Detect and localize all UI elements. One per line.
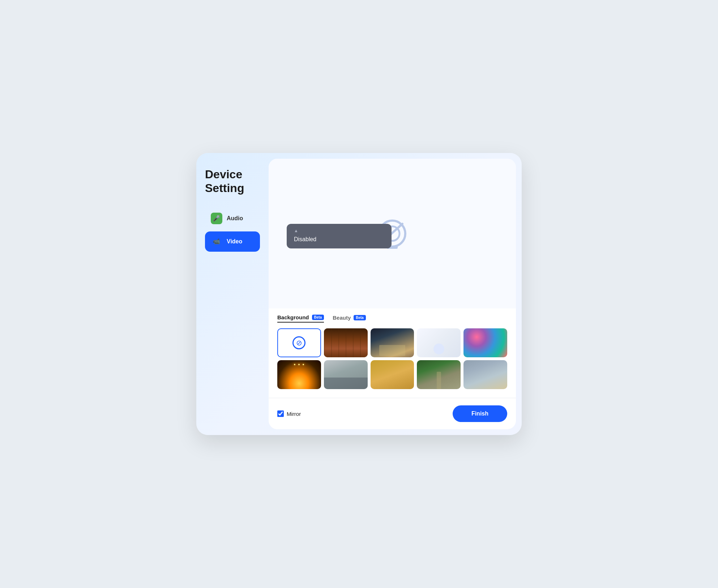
mirror-checkbox[interactable] [277, 410, 284, 417]
bg-road-item[interactable] [417, 360, 461, 389]
dropdown-arrow-icon: ▲ [294, 228, 384, 233]
audio-label: Audio [227, 215, 243, 222]
bg-landscape-item[interactable] [463, 360, 507, 389]
audio-icon: 🎤 [211, 213, 222, 224]
video-icon: 📹 [211, 236, 222, 247]
background-grid: ⊘ [277, 328, 507, 389]
tab-background[interactable]: Background Beta [277, 314, 324, 323]
footer: Mirror Finish [269, 398, 516, 429]
dropdown-selected-value: Disabled [294, 236, 384, 243]
camera-dropdown-popup: ▲ Disabled [287, 224, 392, 248]
beauty-beta-badge: Beta [354, 315, 366, 320]
bg-conf-item[interactable] [324, 360, 368, 389]
tab-beauty[interactable]: Beauty Beta [333, 315, 366, 322]
main-area: ▲ Disabled Background Beta Beauty Beta [269, 159, 516, 429]
sidebar-item-video[interactable]: 📹 Video [205, 231, 260, 252]
tabs-row: Background Beta Beauty Beta [277, 314, 507, 323]
mirror-label: Mirror [287, 411, 301, 417]
camera-preview: ▲ Disabled [269, 159, 516, 308]
bg-field-item[interactable] [371, 360, 414, 389]
background-beta-badge: Beta [312, 315, 324, 320]
video-label: Video [227, 238, 242, 245]
sidebar-title: Device Setting [205, 167, 260, 195]
device-settings-card: Device Setting 🎤 Audio 📹 Video [196, 153, 522, 435]
bg-library-item[interactable] [324, 328, 368, 357]
bg-abstract-item[interactable] [463, 328, 507, 357]
tab-background-label: Background [277, 314, 309, 320]
bg-none-item[interactable]: ⊘ [277, 328, 321, 357]
mirror-row: Mirror [277, 410, 301, 417]
no-background-icon: ⊘ [292, 336, 305, 349]
bg-white-room-item[interactable] [417, 328, 461, 357]
sidebar: Device Setting 🎤 Audio 📹 Video [196, 153, 269, 435]
sidebar-item-audio[interactable]: 🎤 Audio [205, 208, 260, 229]
content-area: Background Beta Beauty Beta ⊘ [269, 308, 516, 392]
bg-office-item[interactable] [371, 328, 414, 357]
tab-beauty-label: Beauty [333, 315, 351, 321]
sidebar-nav: 🎤 Audio 📹 Video [205, 208, 260, 252]
bg-warm-lights-item[interactable] [277, 360, 321, 389]
finish-button[interactable]: Finish [453, 405, 507, 422]
